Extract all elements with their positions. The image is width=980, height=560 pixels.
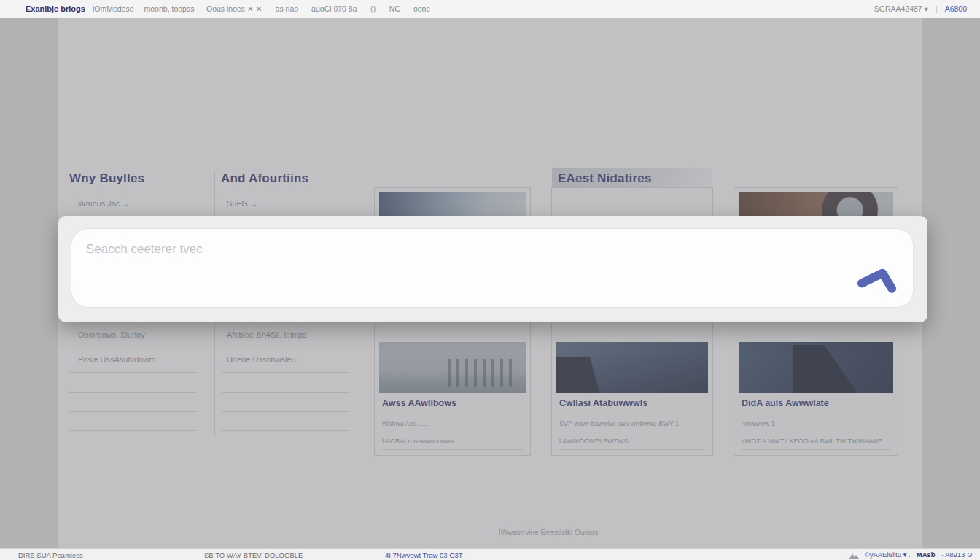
menu-item[interactable]: auoCl 070 8a <box>311 4 357 13</box>
menu-item[interactable]: as riao <box>276 4 299 13</box>
divider: | <box>936 4 938 13</box>
status-link[interactable]: 4I.7Nwvowt Traw 03 O3T <box>385 551 463 559</box>
arrow-cursor-icon[interactable] <box>855 262 900 295</box>
account-menu[interactable]: SGRAA42487 ▾ <box>874 4 928 13</box>
search-modal <box>58 216 928 322</box>
account-label: SGRAA42487 <box>874 4 922 13</box>
menu-item[interactable]: Oous inoec ✕ ✕ <box>206 4 262 13</box>
menu-item[interactable]: moonb, toopss <box>144 4 195 13</box>
status-name[interactable]: MAsb <box>917 551 936 559</box>
search-input[interactable] <box>86 236 815 262</box>
search-box[interactable] <box>71 228 914 308</box>
status-extra[interactable]: · A8913 ⊙ <box>941 551 973 559</box>
menu-item[interactable]: oonc <box>413 4 430 13</box>
image-icon <box>849 551 859 559</box>
chevron-down-icon: ▾ <box>925 4 928 13</box>
status-account-label: ©yAAEi6iitu <box>865 551 901 559</box>
menu-item[interactable]: lOmMedeso <box>93 4 134 13</box>
top-menubar: Exanlbje briogs lOmMedeso moonb, toopss … <box>0 0 980 18</box>
chevron-down-icon: ▾ . <box>903 551 911 559</box>
status-text: DIRE SUA Peamless <box>18 551 83 559</box>
brand-logo[interactable]: Exanlbje briogs <box>26 4 85 13</box>
screen: Wny Buylles Wmous Jnc → Oolorcows. Slurl… <box>0 0 980 560</box>
code-icon[interactable]: ⟨⟩ <box>370 4 376 13</box>
status-account[interactable]: ©yAAEi6iitu ▾ . <box>865 551 911 559</box>
statusbar: DIRE SUA Peamless SB TO WAY BTEV. DOLOGB… <box>0 548 980 560</box>
status-text: SB TO WAY BTEV. DOLOGBLE <box>204 551 303 559</box>
menu-item[interactable]: NC <box>389 4 400 13</box>
menubar-link[interactable]: A6800 <box>945 4 967 13</box>
